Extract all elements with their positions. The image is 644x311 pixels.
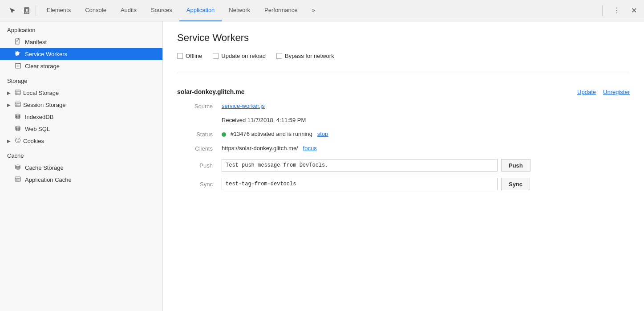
sidebar: Application Manifest Service Workers Cle… (0, 21, 163, 311)
web-sql-icon (14, 125, 21, 133)
sw-actions: Update Unregister (577, 89, 630, 95)
svg-point-22 (16, 139, 17, 140)
received-value: Received 11/7/2018, 4:11:59 PM (222, 117, 306, 123)
tab-network[interactable]: Network (222, 0, 257, 21)
cursor-icon[interactable] (7, 5, 18, 16)
stop-link[interactable]: stop (317, 131, 328, 137)
expand-icon: ▶ (7, 139, 11, 143)
focus-link[interactable]: focus (303, 145, 317, 151)
cookies-icon (14, 137, 21, 145)
offline-label: Offline (186, 53, 202, 59)
sidebar-item-web-sql-label: Web SQL (25, 126, 50, 132)
sync-button[interactable]: Sync (501, 178, 530, 190)
gear-icon (14, 50, 21, 58)
sidebar-item-web-sql[interactable]: Web SQL (0, 123, 162, 135)
sidebar-item-session-storage-label: Session Storage (23, 102, 65, 108)
device-icon[interactable] (21, 5, 32, 16)
sidebar-item-application-cache[interactable]: Application Cache (0, 174, 162, 186)
tab-application[interactable]: Application (179, 0, 222, 21)
page-title: Service Workers (177, 32, 630, 44)
sidebar-item-service-workers-label: Service Workers (25, 51, 67, 57)
close-icon[interactable]: ✕ (628, 4, 640, 16)
divider (177, 72, 630, 72)
sidebar-section-storage: Storage (0, 72, 162, 87)
tab-audits[interactable]: Audits (113, 0, 144, 21)
main-layout: Application Manifest Service Workers Cle… (0, 21, 644, 311)
tab-console[interactable]: Console (78, 0, 113, 21)
status-dot (222, 132, 226, 137)
offline-option[interactable]: Offline (177, 53, 202, 59)
sync-input[interactable] (222, 178, 498, 190)
unregister-link[interactable]: Unregister (603, 89, 630, 95)
sidebar-item-manifest[interactable]: Manifest (0, 36, 162, 48)
bypass-for-network-option[interactable]: Bypass for network (276, 53, 334, 59)
sidebar-item-clear-storage[interactable]: Clear storage (0, 60, 162, 72)
offline-checkbox[interactable] (177, 53, 183, 59)
svg-rect-11 (15, 90, 20, 94)
bypass-for-network-label: Bypass for network (285, 53, 334, 59)
svg-point-26 (16, 165, 20, 167)
received-row: Received 11/7/2018, 4:11:59 PM (177, 117, 630, 123)
clients-row: Clients https://solar-donkey.glitch.me/ … (177, 145, 630, 152)
source-row: Source service-worker.js (177, 102, 630, 110)
svg-rect-1 (25, 8, 28, 12)
status-row: Status #13476 activated and is running s… (177, 131, 630, 138)
sidebar-item-cookies-label: Cookies (23, 138, 44, 144)
svg-point-24 (17, 141, 18, 142)
service-worker-entry: solar-donkey.glitch.me Update Unregister… (177, 81, 630, 204)
sidebar-item-service-workers[interactable]: Service Workers (0, 48, 162, 60)
session-storage-icon (14, 101, 21, 109)
update-on-reload-option[interactable]: Update on reload (213, 53, 266, 59)
bypass-for-network-checkbox[interactable] (276, 53, 282, 59)
svg-point-21 (16, 138, 20, 143)
received-label (177, 117, 213, 117)
svg-point-25 (18, 141, 19, 142)
push-button[interactable]: Push (501, 159, 531, 172)
options-row: Offline Update on reload Bypass for netw… (177, 53, 630, 59)
svg-rect-27 (15, 177, 20, 181)
source-link[interactable]: service-worker.js (222, 102, 265, 109)
push-row: Push Push (177, 159, 630, 172)
update-on-reload-checkbox[interactable] (213, 53, 219, 59)
sw-header: solar-donkey.glitch.me Update Unregister (177, 88, 630, 95)
svg-point-2 (26, 12, 27, 13)
clients-label: Clients (177, 145, 213, 152)
sidebar-item-application-cache-label: Application Cache (25, 176, 72, 183)
tab-elements[interactable]: Elements (40, 0, 78, 21)
trash-icon (14, 62, 21, 70)
status-value: #13476 activated and is running stop (222, 131, 328, 137)
local-storage-icon (14, 89, 21, 97)
push-input[interactable] (222, 159, 498, 172)
tab-performance[interactable]: Performance (257, 0, 304, 21)
sidebar-item-cache-storage-label: Cache Storage (25, 164, 64, 171)
status-label: Status (177, 131, 213, 138)
push-label: Push (177, 162, 213, 169)
sidebar-item-manifest-label: Manifest (25, 39, 47, 45)
update-link[interactable]: Update (577, 89, 596, 95)
sidebar-item-indexeddb-label: IndexedDB (25, 114, 53, 120)
sidebar-item-clear-storage-label: Clear storage (25, 63, 60, 70)
tab-bar-right: ⋮ ✕ (599, 4, 640, 16)
sidebar-section-cache: Cache (0, 147, 162, 162)
svg-point-23 (18, 139, 19, 140)
svg-rect-7 (16, 64, 20, 68)
svg-point-19 (16, 114, 20, 116)
sidebar-section-application: Application (0, 21, 162, 36)
update-on-reload-label: Update on reload (221, 53, 266, 59)
tab-more[interactable]: » (304, 0, 322, 21)
source-label: Source (177, 102, 213, 110)
cache-storage-icon (14, 164, 21, 172)
sidebar-item-local-storage[interactable]: ▶ Local Storage (0, 87, 162, 99)
sidebar-item-indexeddb[interactable]: IndexedDB (0, 111, 162, 123)
status-text: #13476 activated and is running (231, 131, 312, 137)
sw-domain: solar-donkey.glitch.me (177, 88, 244, 95)
tab-sources[interactable]: Sources (144, 0, 179, 21)
indexeddb-icon (14, 113, 21, 121)
expand-icon: ▶ (7, 90, 11, 95)
sidebar-item-cookies[interactable]: ▶ Cookies (0, 135, 162, 147)
sidebar-item-local-storage-label: Local Storage (23, 90, 59, 96)
sidebar-item-cache-storage[interactable]: Cache Storage (0, 162, 162, 174)
expand-icon: ▶ (7, 102, 11, 107)
sidebar-item-session-storage[interactable]: ▶ Session Storage (0, 99, 162, 111)
more-options-icon[interactable]: ⋮ (610, 4, 624, 16)
